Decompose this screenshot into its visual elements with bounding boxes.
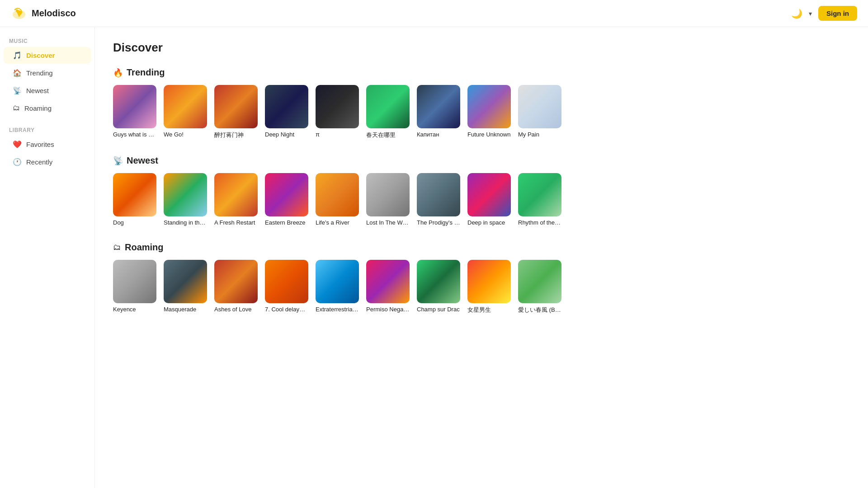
newest-section-header: 📡 Newest <box>113 155 850 166</box>
list-item[interactable]: My Pain <box>518 85 561 139</box>
list-item[interactable]: π <box>316 85 359 139</box>
app-name: Melodisco <box>32 8 76 19</box>
logo-icon <box>11 5 27 22</box>
sidebar-item-discover[interactable]: 🎵 Discover <box>4 47 91 64</box>
roaming-section-header: 🗂 Roaming <box>113 242 850 253</box>
album-art <box>366 85 410 128</box>
list-item[interactable]: Standing in the pro... <box>164 173 207 226</box>
album-art <box>113 85 156 128</box>
list-item[interactable]: Guys what is wron... <box>113 85 156 139</box>
list-item[interactable]: Dog <box>113 173 156 226</box>
track-title: 春天在哪里 <box>366 131 410 139</box>
chevron-down-icon[interactable]: ▾ <box>809 10 812 17</box>
list-item[interactable]: A Fresh Restart <box>214 173 258 226</box>
list-item[interactable]: Permiso Negado <box>366 260 410 314</box>
album-art <box>214 260 258 303</box>
list-item[interactable]: 愛しい春風 (Belove... <box>518 260 561 314</box>
track-title: 女星男生 <box>467 306 511 314</box>
recently-label: Recently <box>26 158 52 166</box>
list-item[interactable]: 女星男生 <box>467 260 511 314</box>
list-item[interactable]: 7. Cool delayed kick <box>265 260 308 314</box>
track-title: Ashes of Love <box>214 306 258 313</box>
track-title: Champ sur Drac <box>417 306 460 313</box>
main-content: Discover 🔥 Trending Guys what is wron...… <box>95 27 868 488</box>
list-item[interactable]: Капитан <box>417 85 460 139</box>
sidebar-item-newest[interactable]: 📡 Newest <box>4 82 91 99</box>
track-title: Permiso Negado <box>366 306 410 313</box>
list-item[interactable]: Deep in space <box>467 173 511 226</box>
svg-point-1 <box>16 9 19 12</box>
sidebar-item-trending[interactable]: 🏠 Trending <box>4 65 91 81</box>
track-title: π <box>316 131 359 138</box>
album-art <box>214 85 258 128</box>
track-title: The Prodigy's Sym... <box>417 219 460 226</box>
sidebar-library-label: Library <box>0 123 94 135</box>
album-art <box>316 85 359 128</box>
album-art <box>164 173 207 216</box>
newest-icon: 📡 <box>13 86 22 95</box>
list-item[interactable]: Keyence <box>113 260 156 314</box>
list-item[interactable]: Ashes of Love <box>214 260 258 314</box>
sidebar-music-section: Music 🎵 Discover 🏠 Trending 📡 Newest 🗂 R… <box>0 34 94 116</box>
list-item[interactable]: Future Unknown <box>467 85 511 139</box>
album-art <box>467 85 511 128</box>
newest-label: Newest <box>26 87 49 94</box>
album-art <box>164 260 207 303</box>
list-item[interactable]: Lost In The Wind <box>366 173 410 226</box>
list-item[interactable]: Extraterrestrial Love <box>316 260 359 314</box>
sidebar-library-section: Library ❤️ Favorites 🕐 Recently <box>0 123 94 170</box>
track-title: Капитан <box>417 131 460 138</box>
recently-icon: 🕐 <box>13 158 22 166</box>
album-art <box>113 260 156 303</box>
sidebar-item-favorites[interactable]: ❤️ Favorites <box>4 136 91 153</box>
header-actions: 🌙 ▾ Sign in <box>791 6 857 21</box>
track-title: Masquerade <box>164 306 207 313</box>
trending-section: 🔥 Trending Guys what is wron... We Go! 醉… <box>113 67 850 139</box>
sign-in-button[interactable]: Sign in <box>818 6 857 21</box>
sidebar-music-label: Music <box>0 34 94 46</box>
track-title: Keyence <box>113 306 156 313</box>
album-art <box>366 173 410 216</box>
list-item[interactable]: Eastern Breeze <box>265 173 308 226</box>
album-art <box>467 260 511 303</box>
album-art <box>417 260 460 303</box>
roaming-section: 🗂 Roaming Keyence Masquerade Ashes of Lo… <box>113 242 850 314</box>
track-title: Extraterrestrial Love <box>316 306 359 313</box>
track-title: Standing in the pro... <box>164 219 207 226</box>
track-title: Life's a River <box>316 219 359 226</box>
roaming-section-icon: 🗂 <box>113 243 121 252</box>
list-item[interactable]: Deep Night <box>265 85 308 139</box>
list-item[interactable]: 春天在哪里 <box>366 85 410 139</box>
trending-section-title: Trending <box>127 67 165 78</box>
track-title: We Go! <box>164 131 207 138</box>
album-art <box>467 173 511 216</box>
album-art <box>366 260 410 303</box>
list-item[interactable]: Masquerade <box>164 260 207 314</box>
album-art <box>518 173 561 216</box>
track-title: Deep in space <box>467 219 511 226</box>
trending-icon: 🏠 <box>13 69 22 77</box>
album-art <box>417 85 460 128</box>
sidebar-item-roaming[interactable]: 🗂 Roaming <box>4 100 91 116</box>
track-title: My Pain <box>518 131 561 138</box>
track-title: Deep Night <box>265 131 308 138</box>
roaming-icon: 🗂 <box>13 104 20 112</box>
newest-section: 📡 Newest Dog Standing in the pro... A Fr… <box>113 155 850 226</box>
album-art <box>265 260 308 303</box>
list-item[interactable]: Champ sur Drac <box>417 260 460 314</box>
list-item[interactable]: 醉打蒋门神 <box>214 85 258 139</box>
logo[interactable]: Melodisco <box>11 5 76 22</box>
album-art <box>316 173 359 216</box>
track-title: Lost In The Wind <box>366 219 410 226</box>
list-item[interactable]: The Prodigy's Sym... <box>417 173 460 226</box>
list-item[interactable]: We Go! <box>164 85 207 139</box>
sidebar-item-recently[interactable]: 🕐 Recently <box>4 154 91 170</box>
album-art <box>518 260 561 303</box>
album-art <box>518 85 561 128</box>
list-item[interactable]: Rhythm of the Night <box>518 173 561 226</box>
roaming-section-title: Roaming <box>125 242 164 253</box>
dark-mode-icon[interactable]: 🌙 <box>791 8 802 19</box>
list-item[interactable]: Life's a River <box>316 173 359 226</box>
track-title: Guys what is wron... <box>113 131 156 138</box>
discover-icon: 🎵 <box>13 51 22 60</box>
